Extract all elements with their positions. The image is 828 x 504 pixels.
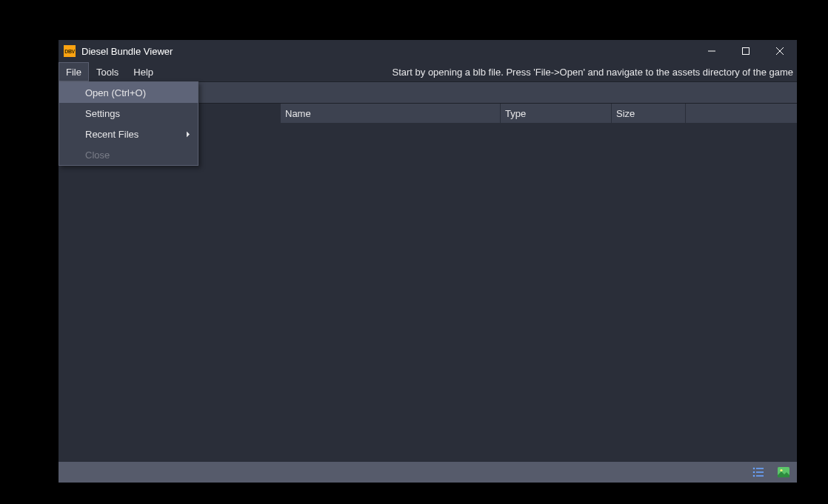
- svg-point-8: [753, 475, 755, 477]
- menu-item-recent-label: Recent Files: [85, 129, 138, 140]
- column-header-size[interactable]: Size: [612, 104, 686, 123]
- titlebar[interactable]: DBV Diesel Bundle Viewer: [59, 40, 797, 62]
- minimize-button[interactable]: [695, 40, 729, 62]
- file-menu-dropdown: Open (Ctrl+O) Settings Recent Files Clos…: [59, 81, 198, 166]
- svg-point-11: [780, 469, 782, 471]
- maximize-button[interactable]: [729, 40, 763, 62]
- column-header-type[interactable]: Type: [501, 104, 612, 123]
- menu-item-open[interactable]: Open (Ctrl+O): [59, 82, 198, 103]
- close-icon: [776, 47, 784, 55]
- image-icon: [778, 467, 789, 477]
- list-panel: Name Type Size: [281, 104, 797, 462]
- menu-help[interactable]: Help: [126, 62, 161, 81]
- svg-rect-5: [756, 468, 764, 469]
- view-image-button[interactable]: [776, 466, 791, 479]
- list-icon: [752, 467, 764, 477]
- menu-item-close: Close: [59, 144, 198, 165]
- columns-header: Name Type Size: [281, 104, 797, 123]
- hint-text: Start by opening a blb file. Press 'File…: [392, 62, 797, 81]
- menu-item-settings[interactable]: Settings: [59, 103, 198, 124]
- app-icon: DBV: [64, 45, 76, 57]
- close-button[interactable]: [763, 40, 797, 62]
- app-title: Diesel Bundle Viewer: [81, 46, 173, 57]
- menu-item-recent-files[interactable]: Recent Files: [59, 124, 198, 144]
- svg-point-4: [753, 468, 755, 470]
- statusbar: [59, 462, 797, 483]
- maximize-icon: [742, 47, 749, 55]
- svg-point-6: [753, 471, 755, 474]
- column-header-name[interactable]: Name: [281, 104, 501, 123]
- menu-tools[interactable]: Tools: [89, 62, 126, 81]
- view-list-button[interactable]: [751, 466, 766, 479]
- svg-rect-9: [756, 475, 764, 477]
- application-window: DBV Diesel Bundle Viewer File Tools Help…: [59, 40, 797, 483]
- minimize-icon: [708, 47, 715, 55]
- svg-rect-1: [743, 48, 749, 55]
- menu-file[interactable]: File: [59, 62, 89, 81]
- menubar: File Tools Help Start by opening a blb f…: [59, 62, 797, 81]
- column-header-spacer: [686, 104, 797, 123]
- submenu-arrow-icon: [186, 129, 190, 140]
- svg-rect-7: [756, 471, 764, 473]
